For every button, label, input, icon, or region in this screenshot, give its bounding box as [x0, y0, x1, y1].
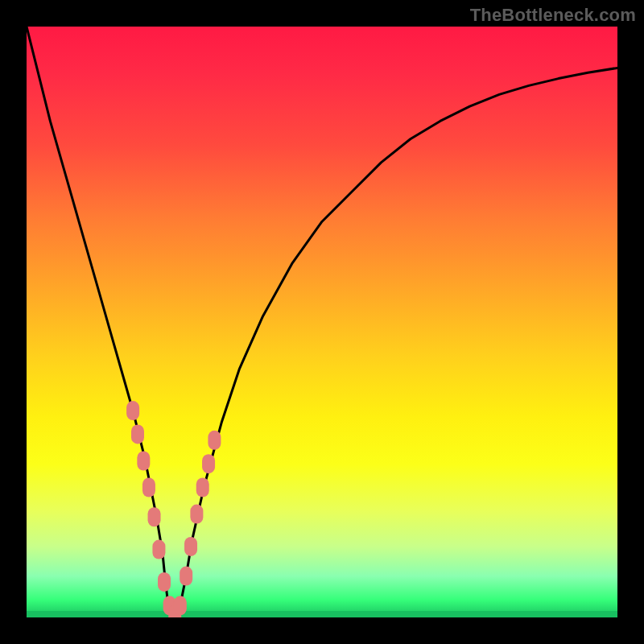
chart-svg — [27, 27, 617, 617]
curve-line — [27, 27, 617, 617]
watermark-text: TheBottleneck.com — [470, 5, 636, 26]
scatter-point — [131, 424, 144, 444]
scatter-point — [196, 478, 209, 497]
scatter-point — [126, 401, 139, 420]
scatter-point — [202, 454, 215, 473]
bottleneck-curve-path — [27, 27, 617, 617]
scatter-points — [126, 401, 221, 617]
scatter-point — [158, 572, 171, 592]
scatter-point — [152, 540, 165, 559]
scatter-point — [142, 478, 155, 497]
scatter-point — [208, 431, 221, 450]
scatter-point — [184, 537, 197, 556]
scatter-point — [137, 451, 150, 470]
scatter-point — [190, 505, 203, 524]
scatter-point — [148, 507, 161, 526]
chart-frame: TheBottleneck.com — [0, 0, 644, 644]
scatter-point — [180, 567, 192, 586]
plot-area — [27, 27, 617, 617]
scatter-point — [174, 596, 187, 615]
